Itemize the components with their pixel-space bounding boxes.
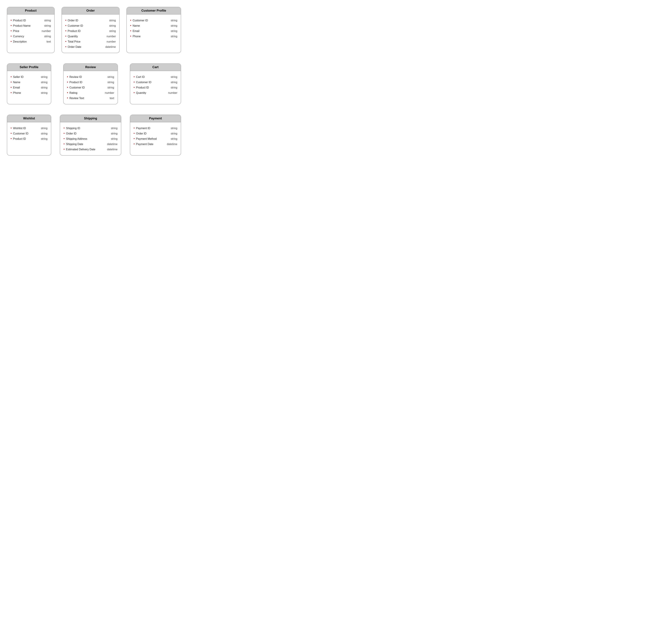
field-customer-id: •Customer ID string bbox=[10, 132, 47, 135]
entity-order: Order •Order ID string •Customer ID stri… bbox=[62, 7, 119, 53]
bullet-icon: • bbox=[134, 132, 135, 135]
bullet-icon: • bbox=[10, 127, 12, 130]
bullet-icon: • bbox=[130, 24, 131, 27]
bullet-icon: • bbox=[130, 34, 131, 38]
field-name: •Name string bbox=[10, 80, 47, 84]
bullet-icon: • bbox=[65, 19, 66, 22]
bullet-icon: • bbox=[64, 137, 65, 141]
field-estimated-delivery-date: •Estimated Delivery Date datetime bbox=[64, 147, 117, 151]
bullet-icon: • bbox=[10, 75, 12, 79]
field-email: •Email string bbox=[10, 86, 47, 89]
bullet-icon: • bbox=[10, 24, 12, 27]
field-description: •Description text bbox=[10, 40, 51, 43]
bullet-icon: • bbox=[134, 86, 135, 89]
row-1: Product •Product ID string •Product Name… bbox=[7, 7, 181, 53]
bullet-icon: • bbox=[65, 29, 66, 33]
bullet-icon: • bbox=[10, 40, 12, 43]
entity-seller-profile: Seller Profile •Seller ID string •Name s… bbox=[7, 63, 51, 105]
entity-payment-header: Payment bbox=[130, 115, 181, 122]
field-rating: •Rating number bbox=[67, 91, 114, 95]
entity-wishlist-header: Wishlist bbox=[7, 115, 51, 122]
bullet-icon: • bbox=[134, 142, 135, 146]
field-customer-id: •Customer ID string bbox=[134, 80, 177, 84]
field-payment-method: •Payment Method string bbox=[134, 137, 177, 141]
bullet-icon: • bbox=[10, 19, 12, 22]
entity-cart-body: •Cart ID string •Customer ID string •Pro… bbox=[130, 71, 181, 99]
field-order-id: •Order ID string bbox=[64, 132, 117, 135]
field-product-id: •Product ID string bbox=[134, 86, 177, 89]
entity-wishlist: Wishlist •Wishlist ID string •Customer I… bbox=[7, 115, 51, 156]
entity-cart: Cart •Cart ID string •Customer ID string… bbox=[130, 63, 181, 105]
entity-shipping-header: Shipping bbox=[60, 115, 121, 122]
entity-payment-body: •Payment ID string •Order ID string •Pay… bbox=[130, 122, 181, 150]
bullet-icon: • bbox=[134, 91, 135, 95]
bullet-icon: • bbox=[134, 137, 135, 141]
field-product-id: •Product ID string bbox=[10, 137, 47, 141]
field-price: •Price number bbox=[10, 29, 51, 33]
field-product-id: •Product ID string bbox=[10, 19, 51, 22]
entity-order-body: •Order ID string •Customer ID string •Pr… bbox=[62, 15, 119, 53]
entity-customer-profile: Customer Profile •Customer ID string •Na… bbox=[127, 7, 181, 53]
field-order-id: •Order ID string bbox=[134, 132, 177, 135]
field-payment-date: •Payment Date datetime bbox=[134, 142, 177, 146]
entity-seller-profile-header: Seller Profile bbox=[7, 64, 51, 71]
bullet-icon: • bbox=[10, 86, 12, 89]
entity-review-header: Review bbox=[64, 64, 117, 71]
field-cart-id: •Cart ID string bbox=[134, 75, 177, 79]
bullet-icon: • bbox=[67, 86, 68, 89]
field-review-id: •Review ID string bbox=[67, 75, 114, 79]
entity-customer-profile-header: Customer Profile bbox=[127, 7, 181, 15]
bullet-icon: • bbox=[10, 29, 12, 33]
bullet-icon: • bbox=[65, 24, 66, 27]
entity-review: Review •Review ID string •Product ID str… bbox=[63, 63, 118, 105]
field-product-id: •Product ID string bbox=[65, 29, 116, 33]
bullet-icon: • bbox=[10, 80, 12, 84]
field-currency: •Currency string bbox=[10, 34, 51, 38]
entity-order-header: Order bbox=[62, 7, 119, 15]
row-2: Seller Profile •Seller ID string •Name s… bbox=[7, 63, 181, 105]
field-wishlist-id: •Wishlist ID string bbox=[10, 127, 47, 130]
field-phone: •Phone string bbox=[10, 91, 47, 95]
field-order-date: •Order Date datetime bbox=[65, 45, 116, 49]
bullet-icon: • bbox=[130, 19, 131, 22]
field-seller-id: •Seller ID string bbox=[10, 75, 47, 79]
field-product-name: •Product Name string bbox=[10, 24, 51, 27]
entity-payment: Payment •Payment ID string •Order ID str… bbox=[130, 115, 181, 156]
field-shipping-address: •Shipping Address string bbox=[64, 137, 117, 141]
bullet-icon: • bbox=[10, 91, 12, 95]
bullet-icon: • bbox=[67, 96, 68, 100]
entity-cart-header: Cart bbox=[130, 64, 181, 71]
bullet-icon: • bbox=[64, 147, 65, 151]
field-customer-id: •Customer ID string bbox=[67, 86, 114, 89]
field-shipping-date: •Shipping Date datetime bbox=[64, 142, 117, 146]
entity-review-body: •Review ID string •Product ID string •Cu… bbox=[64, 71, 117, 104]
bullet-icon: • bbox=[67, 91, 68, 95]
entity-seller-profile-body: •Seller ID string •Name string •Email st… bbox=[7, 71, 51, 99]
field-order-id: •Order ID string bbox=[65, 19, 116, 22]
entity-product-header: Product bbox=[7, 7, 54, 15]
bullet-icon: • bbox=[65, 40, 66, 43]
entity-wishlist-body: •Wishlist ID string •Customer ID string … bbox=[7, 122, 51, 145]
field-shipping-id: •Shipping ID string bbox=[64, 127, 117, 130]
field-product-id: •Product ID string bbox=[67, 80, 114, 84]
bullet-icon: • bbox=[67, 75, 68, 79]
field-quantity: •Quantity number bbox=[134, 91, 177, 95]
bullet-icon: • bbox=[65, 34, 66, 38]
bullet-icon: • bbox=[134, 80, 135, 84]
bullet-icon: • bbox=[64, 127, 65, 130]
field-customer-id: •Customer ID string bbox=[130, 19, 177, 22]
bullet-icon: • bbox=[64, 142, 65, 146]
entity-shipping-body: •Shipping ID string •Order ID string •Sh… bbox=[60, 122, 121, 155]
entity-shipping: Shipping •Shipping ID string •Order ID s… bbox=[60, 115, 121, 156]
bullet-icon: • bbox=[10, 34, 12, 38]
bullet-icon: • bbox=[134, 127, 135, 130]
field-review-text: •Review Text text bbox=[67, 96, 114, 100]
bullet-icon: • bbox=[134, 75, 135, 79]
entity-product: Product •Product ID string •Product Name… bbox=[7, 7, 55, 53]
bullet-icon: • bbox=[67, 80, 68, 84]
bullet-icon: • bbox=[65, 45, 66, 49]
field-payment-id: •Payment ID string bbox=[134, 127, 177, 130]
bullet-icon: • bbox=[10, 137, 12, 141]
bullet-icon: • bbox=[10, 132, 12, 135]
entity-customer-profile-body: •Customer ID string •Name string •Email … bbox=[127, 15, 181, 42]
